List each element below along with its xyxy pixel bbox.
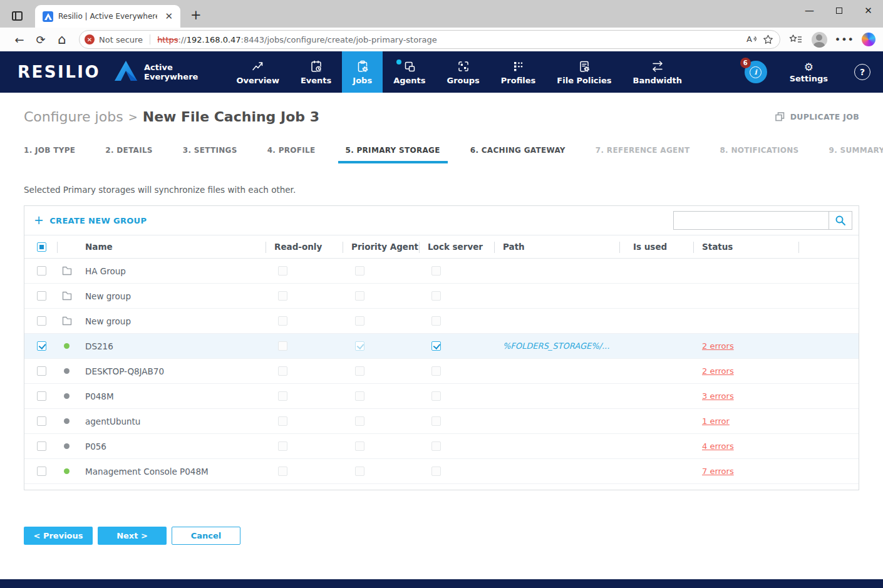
table-row[interactable]: DS216%FOLDERS_STORAGE%/...2 errors xyxy=(24,334,859,359)
read-only-checkbox xyxy=(278,291,287,301)
table-row[interactable]: agentUbuntu1 error xyxy=(24,409,859,434)
read-only-checkbox xyxy=(278,316,287,326)
duplicate-job-button[interactable]: DUPLICATE JOB xyxy=(775,112,859,121)
row-select-checkbox[interactable] xyxy=(37,316,46,326)
minimize-button[interactable]: — xyxy=(795,5,824,16)
step-caching-gateway[interactable]: 6. CACHING GATEWAY xyxy=(470,146,565,155)
not-secure-icon[interactable]: ✕ xyxy=(85,34,95,44)
row-name: agentUbuntu xyxy=(81,416,266,426)
create-new-group-button[interactable]: + CREATE NEW GROUP xyxy=(34,214,147,227)
offline-status-dot xyxy=(64,418,70,424)
priority-agent-checkbox xyxy=(355,441,364,451)
table-row[interactable]: DESKTOP-Q8JAB702 errors xyxy=(24,359,859,384)
nav-item-settings[interactable]: ⚙ Settings xyxy=(790,61,828,83)
nav-item-jobs[interactable]: Jobs xyxy=(342,51,383,93)
favorites-bar-icon[interactable] xyxy=(789,34,803,45)
step-profile[interactable]: 4. PROFILE xyxy=(267,146,316,155)
page-title: New File Caching Job 3 xyxy=(143,109,319,125)
tab-title: Resilio | Active Everywhere xyxy=(58,12,157,21)
row-select-checkbox[interactable] xyxy=(37,291,46,301)
cancel-button[interactable]: Cancel xyxy=(172,527,240,545)
favorite-star-icon[interactable] xyxy=(763,34,773,45)
address-bar[interactable]: ✕ Not secure https://192.168.0.47:8443/j… xyxy=(79,30,780,49)
maximize-button[interactable] xyxy=(824,5,854,16)
priority-agent-checkbox xyxy=(355,416,364,426)
table-row[interactable]: New group xyxy=(24,309,859,334)
browser-tab[interactable]: Resilio | Active Everywhere ✕ xyxy=(35,5,180,28)
row-select-checkbox[interactable] xyxy=(37,391,46,401)
table-row[interactable]: HA Group xyxy=(24,259,859,284)
column-header-path: Path xyxy=(494,235,619,258)
status-errors-link[interactable]: 1 error xyxy=(702,416,730,426)
app-footer-bar xyxy=(0,579,883,588)
back-icon[interactable]: ← xyxy=(10,30,29,49)
row-select-checkbox[interactable] xyxy=(37,266,46,276)
step-description: Selected Primary storages will synchroni… xyxy=(24,185,859,195)
help-button[interactable]: ? xyxy=(854,64,870,80)
status-errors-link[interactable]: 3 errors xyxy=(702,391,734,401)
lock-server-checkbox[interactable] xyxy=(431,341,441,351)
copilot-icon[interactable] xyxy=(862,33,875,46)
nav-item-bandwidth[interactable]: Bandwidth xyxy=(622,51,693,93)
nav-item-profiles[interactable]: Profiles xyxy=(490,51,547,93)
search-button[interactable] xyxy=(829,211,852,230)
new-tab-button[interactable]: + xyxy=(190,8,202,23)
nav-item-groups[interactable]: Groups xyxy=(436,51,490,93)
lock-server-checkbox xyxy=(431,441,441,451)
profiles-icon xyxy=(512,59,525,73)
folder-icon xyxy=(62,266,72,276)
workspaces-icon[interactable] xyxy=(8,6,26,25)
priority-agent-checkbox xyxy=(355,366,364,376)
row-select-checkbox[interactable] xyxy=(37,341,46,351)
home-icon[interactable]: ⌂ xyxy=(53,30,71,49)
wizard-steps: 1. JOB TYPE 2. DETAILS 3. SETTINGS 4. PR… xyxy=(24,146,859,155)
step-details[interactable]: 2. DETAILS xyxy=(105,146,153,155)
search-input[interactable] xyxy=(673,211,829,230)
browser-titlebar: Resilio | Active Everywhere ✕ + — ✕ xyxy=(0,0,883,28)
resilio-wordmark: RESILIO xyxy=(18,63,100,81)
table-row[interactable]: P0564 errors xyxy=(24,434,859,459)
step-reference-agent: 7. REFERENCE AGENT xyxy=(596,146,690,155)
breadcrumb[interactable]: Configure jobs xyxy=(24,109,123,125)
browser-toolbar: ← ⟳ ⌂ ✕ Not secure https://192.168.0.47:… xyxy=(0,28,883,51)
nav-item-agents[interactable]: Agents xyxy=(383,51,436,93)
status-errors-link[interactable]: 2 errors xyxy=(702,366,734,376)
read-aloud-icon[interactable]: A xyxy=(746,33,758,46)
url-text[interactable]: https://192.168.0.47:8443/jobs/configure… xyxy=(157,35,741,44)
nav-item-file-policies[interactable]: File Policies xyxy=(546,51,622,93)
next-button[interactable]: Next > xyxy=(98,527,167,545)
row-select-checkbox[interactable] xyxy=(37,441,46,451)
nav-item-events[interactable]: Events xyxy=(290,51,342,93)
reload-icon[interactable]: ⟳ xyxy=(31,30,50,49)
lock-server-checkbox xyxy=(431,291,441,301)
profile-avatar[interactable] xyxy=(812,32,827,48)
row-select-checkbox[interactable] xyxy=(37,366,46,376)
read-only-checkbox xyxy=(278,366,287,376)
table-row[interactable]: Management Console P048M7 errors xyxy=(24,459,859,484)
lock-server-checkbox xyxy=(431,391,441,401)
path-link[interactable]: %FOLDERS_STORAGE%/... xyxy=(503,341,609,351)
lock-server-checkbox xyxy=(431,266,441,276)
select-all-checkbox[interactable] xyxy=(37,242,46,252)
previous-button[interactable]: < Previous xyxy=(24,527,93,545)
lock-server-checkbox xyxy=(431,316,441,326)
status-errors-link[interactable]: 4 errors xyxy=(702,441,734,451)
close-button[interactable]: ✕ xyxy=(854,5,883,16)
read-only-checkbox xyxy=(278,266,287,276)
browser-menu-icon[interactable]: ••• xyxy=(830,34,859,46)
agents-notification-dot xyxy=(396,59,401,64)
tab-close-icon[interactable]: ✕ xyxy=(162,11,175,22)
status-errors-link[interactable]: 7 errors xyxy=(702,467,734,476)
online-status-dot xyxy=(64,343,70,349)
step-settings[interactable]: 3. SETTINGS xyxy=(183,146,237,155)
row-select-checkbox[interactable] xyxy=(37,467,46,476)
table-row[interactable]: P048M3 errors xyxy=(24,384,859,409)
step-primary-storage[interactable]: 5. PRIMARY STORAGE xyxy=(346,146,440,155)
step-job-type[interactable]: 1. JOB TYPE xyxy=(24,146,75,155)
notifications-info-button[interactable]: i 6 xyxy=(745,61,767,83)
status-errors-link[interactable]: 2 errors xyxy=(702,341,734,351)
nav-item-overview[interactable]: Overview xyxy=(225,51,290,93)
row-select-checkbox[interactable] xyxy=(37,416,46,426)
row-name: DESKTOP-Q8JAB70 xyxy=(81,366,266,376)
table-row[interactable]: New group xyxy=(24,284,859,309)
